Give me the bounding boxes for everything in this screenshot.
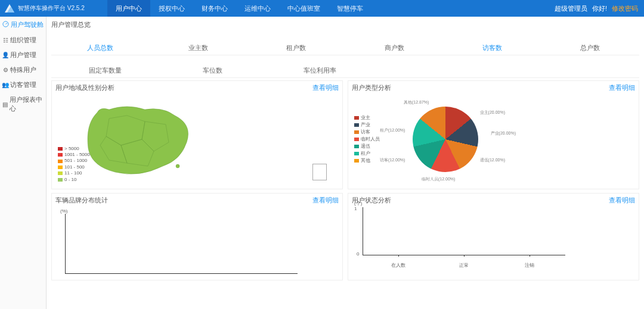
top-bar: 智慧停车操作平台 V2.5.2 用户中心 授权中心 财务中心 运维中心 中心值班… [0,0,644,17]
map-legend: > 5000 1001 - 5000 501 - 1000 101 - 500 … [58,146,90,183]
panel-map-detail-link[interactable]: 查看明细 [312,83,339,92]
panel-usertype-detail-link[interactable]: 查看明细 [609,83,635,92]
panel-map-title: 用户地域及性别分析 [55,83,114,92]
nav-smart-parking[interactable]: 智慧停车 [329,0,371,17]
sidebar-header[interactable]: 用户驾驶舱 [0,17,46,33]
stat-spot-rate: 车位利用率 [266,66,373,75]
panel-map: 用户地域及性别分析 查看明细 > 5000 1001 - 5000 501 - [51,80,343,189]
stat-visitor[interactable]: 访客数 [443,43,541,52]
china-map-icon [73,95,205,184]
nav-duty-room[interactable]: 中心值班室 [279,0,329,17]
panel-usertype: 用户类型分析 查看明细 业主 产业 访客 临时人员 退伍 租户 其他 [348,80,639,189]
userstatus-bar-chart: (个) 1 0 在人数 正常 [354,207,581,267]
top-nav: 用户中心 授权中心 财务中心 运维中心 中心值班室 智慧停车 [107,0,371,17]
greeting: 你好! [592,4,607,13]
file-icon: ▤ [2,101,8,107]
nav-user-center[interactable]: 用户中心 [107,0,150,17]
stat-total-households[interactable]: 总户数 [541,43,639,52]
nav-ops-center[interactable]: 运维中心 [236,0,279,17]
brand-chart-y-axis [65,214,66,273]
main-content: 用户管理总览 人员总数 业主数 租户数 商户数 访客数 总户数 固定车数量 车位… [47,17,644,309]
stats-row-1: 人员总数 业主数 租户数 商户数 访客数 总户数 [51,30,639,55]
sidebar-item-user[interactable]: 👤 用户管理 [0,48,46,63]
mini-map [312,164,327,180]
sidebar: 用户驾驶舱 ☷ 组织管理 👤 用户管理 ⚙ 特殊用户 👥 访客管理 ▤ 用户报表… [0,17,47,309]
logo: 智慧停车操作平台 V2.5.2 [0,3,107,14]
gear-icon: ⚙ [2,67,8,73]
users-icon: 👥 [2,82,8,88]
sitemap-icon: ☷ [2,38,8,43]
panel-brand-detail-link[interactable]: 查看明细 [312,196,339,205]
brand-chart-x-axis [65,273,298,274]
user-role: 超级管理员 [555,4,587,13]
stat-owner[interactable]: 业主数 [149,43,247,52]
pie-chart-circle [413,107,478,172]
pie-legend: 业主 产业 访客 临时人员 退伍 租户 其他 [354,114,380,164]
nav-auth-center[interactable]: 授权中心 [150,0,193,17]
nav-finance-center[interactable]: 财务中心 [193,0,236,17]
change-password-link[interactable]: 修改密码 [612,4,638,13]
top-right: 超级管理员 你好! 修改密码 [555,4,644,13]
logo-icon [4,3,16,14]
breadcrumb: 用户管理总览 [51,19,639,30]
logo-text: 智慧停车操作平台 V2.5.2 [18,4,85,13]
panel-userstatus-detail-link[interactable]: 查看明细 [609,196,635,205]
dashboard-icon [2,21,9,29]
sidebar-item-report[interactable]: ▤ 用户报表中心 [0,92,46,116]
panel-userstatus: 用户状态分析 查看明细 (个) 1 0 [348,193,639,280]
stat-spot-count: 车位数 [159,66,266,75]
stat-merchant[interactable]: 商户数 [345,43,443,52]
panel-usertype-title: 用户类型分析 [352,83,391,92]
svg-point-3 [176,164,179,168]
stat-total-people[interactable]: 人员总数 [51,43,149,52]
stat-tenant[interactable]: 租户数 [247,43,345,52]
stats-row-2: 固定车数量 车位数 车位利用率 [51,55,639,78]
pie-chart: 业主(20.00%) 产业(20.00%) 退伍(12.00%) 临时人员(12… [386,98,505,181]
panel-brand-title: 车辆品牌分布统计 [55,196,108,205]
user-icon: 👤 [2,52,8,58]
sidebar-item-special[interactable]: ⚙ 特殊用户 [0,63,46,77]
sidebar-item-org[interactable]: ☷ 组织管理 [0,33,46,48]
stat-fixed-cars: 固定车数量 [51,66,159,75]
sidebar-item-visitor[interactable]: 👥 访客管理 [0,77,46,92]
panel-brand: 车辆品牌分布统计 查看明细 (%) [51,193,343,280]
